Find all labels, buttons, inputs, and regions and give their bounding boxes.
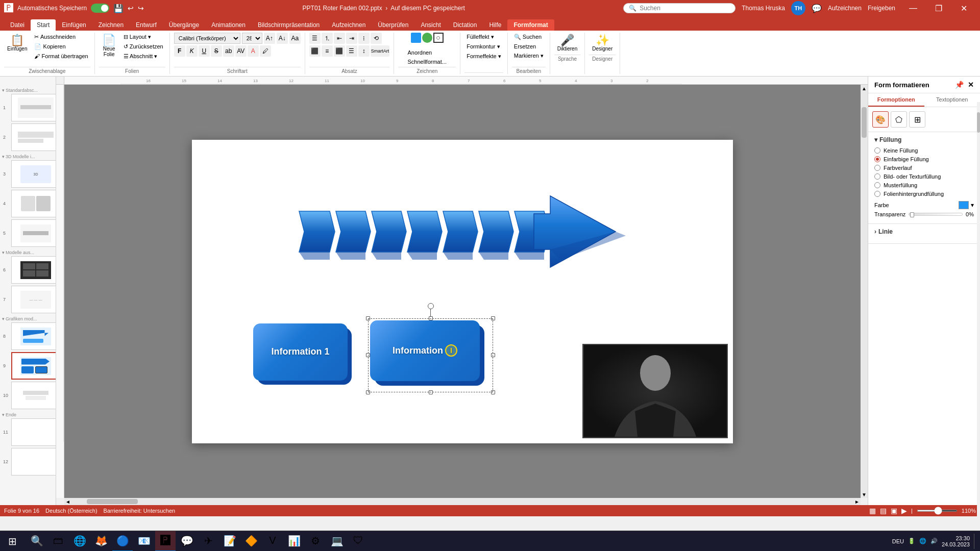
font-name-select[interactable]: Calibri (Textkörper) — [174, 33, 240, 44]
line-spacing-button[interactable]: ↕ — [358, 45, 370, 57]
autosave-toggle[interactable] — [91, 4, 109, 13]
numbering-button[interactable]: ⒈ — [322, 33, 333, 44]
tab-formoptionen[interactable]: Formoptionen — [868, 93, 924, 107]
search-input[interactable] — [640, 5, 701, 12]
handle-tr[interactable] — [491, 316, 495, 320]
taskbar-misc1[interactable]: 📊 — [284, 531, 304, 552]
fill-slide-option[interactable]: Folienhintergrundfüllung — [874, 191, 974, 197]
search-box[interactable]: 🔍 — [623, 3, 736, 13]
tab-praesentation[interactable]: Bildschirmpräsentation — [252, 19, 326, 31]
handle-bm[interactable] — [429, 390, 433, 394]
justify-button[interactable]: ☰ — [346, 45, 357, 57]
new-slide-button[interactable]: 📄 NeueFolie — [99, 33, 119, 59]
slide-7-thumb[interactable]: — — — — [11, 286, 56, 313]
slide-2-thumb[interactable] — [11, 123, 56, 151]
font-grow-button[interactable]: A↑ — [264, 33, 275, 44]
fill-none-option[interactable]: Keine Füllung — [874, 147, 974, 154]
slide-panel[interactable]: ▾ Standardabsc... 1 2 ▾ 3D Modelle i. — [0, 77, 56, 505]
taskbar-notes[interactable]: 📝 — [219, 531, 240, 552]
record-btn[interactable]: Aufzeichnen — [828, 5, 862, 12]
taskbar-misc4[interactable]: 🛡 — [348, 531, 369, 552]
info-box-2[interactable]: Information I — [370, 320, 485, 386]
tab-zeichnen[interactable]: Zeichnen — [92, 19, 130, 31]
info-box-1[interactable]: Information 1 — [253, 323, 353, 385]
taskbar-teams[interactable]: 💬 — [177, 531, 197, 552]
slide-group-standard[interactable]: ▾ Standardabsc... — [2, 87, 54, 94]
taskbar-widgets[interactable]: 🗃 — [48, 531, 68, 552]
fill-pattern-option[interactable]: Musterfüllung — [874, 182, 974, 188]
close-button[interactable]: ✕ — [952, 0, 976, 16]
form-outline-button[interactable]: Formkontur ▾ — [464, 42, 502, 51]
fill-texture-radio[interactable] — [874, 173, 880, 180]
slide-6-thumb[interactable] — [11, 256, 56, 284]
slide-10-thumb[interactable] — [11, 382, 56, 409]
designer-button[interactable]: ✨ Designer — [589, 33, 616, 54]
save-icon[interactable]: 💾 — [113, 4, 124, 13]
scroll-up-button[interactable]: ▲ — [861, 85, 868, 92]
tab-formformat[interactable]: Formformat — [507, 19, 554, 31]
format-copy-button[interactable]: 🖌 Format übertragen — [32, 52, 90, 60]
scroll-left-button[interactable]: ◄ — [64, 498, 71, 505]
shape-rect[interactable] — [411, 33, 421, 43]
bullets-button[interactable]: ☰ — [309, 33, 321, 44]
scroll-thumb-h[interactable] — [87, 499, 138, 504]
tab-textoptionen[interactable]: Textoptionen — [924, 93, 981, 107]
rotate-handle[interactable] — [428, 303, 434, 309]
arrow-container[interactable] — [294, 191, 631, 293]
quick-style-button[interactable]: Schnellformat... — [406, 58, 449, 66]
underline-button[interactable]: U — [199, 45, 210, 57]
col-button[interactable]: ⫶ — [358, 33, 370, 44]
strikethrough-button[interactable]: S — [211, 45, 222, 57]
taskbar-onenote[interactable]: 🔶 — [241, 531, 261, 552]
tab-hilfe[interactable]: Hilfe — [483, 19, 507, 31]
handle-bl[interactable] — [366, 390, 370, 394]
align-right-button[interactable]: ⬛ — [334, 45, 345, 57]
select-button[interactable]: Markieren ▾ — [512, 52, 546, 60]
tab-ansicht[interactable]: Ansicht — [414, 19, 447, 31]
form-effect-button[interactable]: Formeffekte ▾ — [464, 52, 503, 61]
handle-mr[interactable] — [491, 353, 495, 357]
zoom-level[interactable]: 110% — [962, 508, 976, 514]
bold-button[interactable]: F — [174, 45, 185, 57]
fill-effect-button[interactable]: Fülleffekt ▾ — [464, 33, 496, 41]
slide-group-3d[interactable]: ▾ 3D Modelle i... — [2, 153, 54, 160]
text-direction-button[interactable]: ⟲ — [371, 33, 382, 44]
fill-pattern-radio[interactable] — [874, 182, 880, 188]
char-spacing-button[interactable]: AV — [235, 45, 247, 57]
tab-entwurf[interactable]: Entwurf — [130, 19, 163, 31]
transparency-slider[interactable] — [909, 213, 963, 216]
tab-datei[interactable]: Datei — [4, 19, 31, 31]
tab-start[interactable]: Start — [31, 19, 56, 31]
fill-none-radio[interactable] — [874, 147, 880, 154]
rotate-handle-area[interactable] — [428, 303, 434, 317]
taskbar-misc2[interactable]: ⚙ — [305, 531, 326, 552]
tab-dictation[interactable]: Dictation — [447, 19, 483, 31]
taskbar-search[interactable]: 🔍 — [27, 531, 47, 552]
taskbar-powerpoint[interactable]: 🅿 — [155, 531, 176, 552]
view-normal-icon[interactable]: ▦ — [869, 507, 876, 515]
color-swatch[interactable] — [959, 201, 969, 209]
horizontal-scrollbar[interactable]: ◄ ► — [64, 498, 861, 505]
tab-aufzeichnen[interactable]: Aufzeichnen — [326, 19, 372, 31]
tab-animationen[interactable]: Animationen — [205, 19, 252, 31]
fill-icon-tab[interactable]: 🎨 — [872, 111, 889, 128]
shape-other[interactable]: ⬡ — [433, 33, 444, 43]
slide-group-modelle[interactable]: ▾ Modelle aus... — [2, 249, 54, 256]
show-desktop-button[interactable] — [974, 534, 976, 549]
accessibility-indicator[interactable]: Barrierefreiheit: Untersuchen — [104, 508, 176, 514]
font-size-select[interactable]: 28 — [242, 33, 262, 44]
language-indicator[interactable]: Deutsch (Österreich) — [45, 508, 97, 514]
arrange-button[interactable]: Anordnen — [406, 48, 449, 57]
right-panel-scroll-thumb[interactable] — [977, 112, 980, 133]
color-dropdown-icon[interactable]: ▾ — [971, 202, 974, 209]
slide-1-thumb[interactable] — [11, 94, 56, 121]
slide-11-thumb[interactable] — [11, 418, 56, 446]
scroll-thumb-v[interactable] — [862, 107, 867, 138]
copy-button[interactable]: 📄 Kopieren — [32, 42, 90, 51]
fill-solid-option[interactable]: Einfarbige Füllung — [874, 156, 974, 162]
scroll-down-button[interactable]: ▼ — [861, 491, 868, 498]
align-left-button[interactable]: ⬛ — [309, 45, 321, 57]
handle-tl[interactable] — [366, 316, 370, 320]
undo-icon[interactable]: ↩ — [128, 4, 134, 12]
clear-format-button[interactable]: Aa — [289, 33, 301, 44]
